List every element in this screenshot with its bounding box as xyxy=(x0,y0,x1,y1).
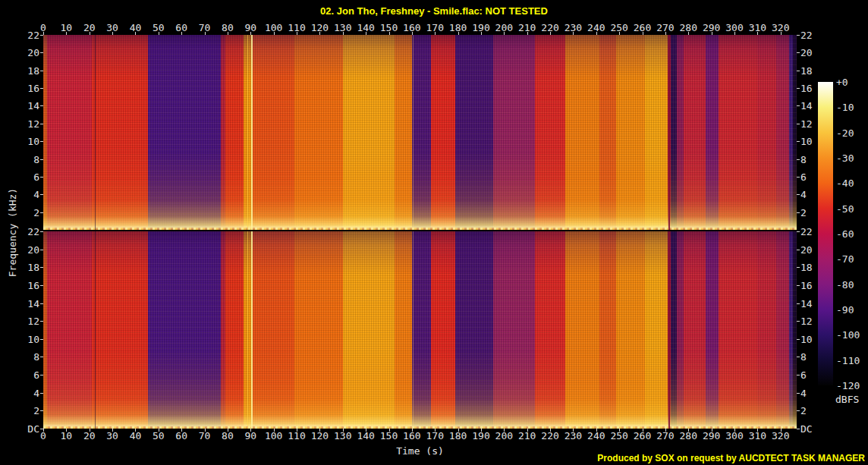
frequency-tick-label: 2 xyxy=(0,406,39,416)
frequency-tick-label: 12 xyxy=(0,316,39,326)
time-tick-mark xyxy=(66,32,67,35)
frequency-tick-mark xyxy=(40,285,43,286)
frequency-tick-mark xyxy=(797,124,800,124)
frequency-tick-mark xyxy=(797,393,800,394)
time-tick-mark xyxy=(458,429,459,432)
frequency-tick-mark xyxy=(40,429,43,429)
time-tick-label: 230 xyxy=(565,431,582,441)
time-tick-mark xyxy=(181,429,182,432)
time-tick-label: 200 xyxy=(495,431,513,441)
time-tick-label: 160 xyxy=(403,431,420,441)
transient-marker xyxy=(251,35,253,230)
time-tick-mark xyxy=(734,429,735,432)
frequency-tick-label: 8 xyxy=(0,352,39,362)
time-tick-mark xyxy=(319,429,320,432)
frequency-tick-mark xyxy=(40,124,43,124)
frequency-tick-label: 20 xyxy=(0,48,39,58)
frequency-tick-mark xyxy=(797,52,800,53)
time-tick-label: 90 xyxy=(244,431,256,441)
frequency-tick-label: 6 xyxy=(0,172,39,182)
time-tick-mark xyxy=(596,429,597,432)
frequency-tick-label: 10 xyxy=(0,137,39,146)
transient-marker xyxy=(413,231,414,429)
dbfs-tick-label: -20 xyxy=(836,128,854,138)
frequency-tick-mark xyxy=(797,339,800,340)
time-tick-mark xyxy=(643,32,643,35)
time-tick-label: 140 xyxy=(357,431,374,441)
time-tick-mark xyxy=(343,32,344,35)
spectrogram-channel-left xyxy=(43,35,797,230)
time-tick-label: 290 xyxy=(703,431,720,441)
frequency-tick-label: 20 xyxy=(800,48,840,58)
time-tick-mark xyxy=(181,32,182,35)
time-tick-mark xyxy=(412,32,413,35)
time-tick-label: 20 xyxy=(83,431,96,441)
time-tick-mark xyxy=(481,32,482,35)
frequency-tick-mark xyxy=(797,71,800,71)
time-tick-mark xyxy=(112,429,113,432)
time-tick-mark xyxy=(481,429,482,432)
frequency-tick-mark xyxy=(797,177,800,178)
time-tick-mark xyxy=(619,429,620,432)
time-tick-mark xyxy=(550,32,551,35)
frequency-tick-mark xyxy=(40,321,43,322)
frequency-tick-mark xyxy=(40,267,43,268)
frequency-tick-label: 22 xyxy=(0,227,39,237)
time-tick-mark xyxy=(757,32,758,35)
frequency-tick-mark xyxy=(40,177,43,178)
frequency-tick-mark xyxy=(797,285,800,286)
time-tick-mark xyxy=(665,429,666,432)
time-tick-mark xyxy=(527,32,528,35)
frequency-tick-label: 2 xyxy=(800,406,840,416)
time-tick-mark xyxy=(734,32,735,35)
dbfs-tick-label: -60 xyxy=(836,229,854,239)
time-tick-mark xyxy=(274,32,275,35)
frequency-tick-label: DC xyxy=(800,424,840,434)
time-tick-mark xyxy=(389,429,390,432)
spectrogram-title: 02. Jon Tho, Freshney - Smile.flac: NOT … xyxy=(0,5,868,17)
time-tick-label: 310 xyxy=(749,431,766,441)
frequency-tick-label: 18 xyxy=(0,66,39,76)
time-tick-mark xyxy=(596,32,597,35)
time-tick-mark xyxy=(550,429,551,432)
time-tick-label: 170 xyxy=(426,431,443,441)
time-tick-label: 180 xyxy=(449,431,467,441)
time-tick-mark xyxy=(688,429,689,432)
transient-marker xyxy=(247,35,248,230)
dbfs-tick-label: -100 xyxy=(836,330,860,340)
time-tick-mark xyxy=(135,32,136,35)
time-tick-label: 70 xyxy=(199,431,211,441)
time-tick-mark xyxy=(90,429,90,432)
time-tick-mark xyxy=(573,32,574,35)
time-tick-mark xyxy=(112,32,113,35)
time-tick-label: 320 xyxy=(772,431,789,441)
frequency-tick-mark xyxy=(797,267,800,268)
frequency-tick-label: 18 xyxy=(0,262,39,272)
frequency-tick-label: 14 xyxy=(0,101,39,111)
dbfs-tick-label: -80 xyxy=(836,280,854,290)
frequency-tick-mark xyxy=(40,105,43,106)
time-tick-mark xyxy=(43,429,44,432)
frequency-tick-mark xyxy=(40,250,43,250)
time-tick-label: 0 xyxy=(40,431,46,441)
time-tick-label: 270 xyxy=(656,431,674,441)
time-tick-mark xyxy=(205,32,206,35)
frequency-tick-mark xyxy=(797,303,800,304)
frequency-tick-mark xyxy=(40,375,43,375)
time-tick-mark xyxy=(573,429,574,432)
time-tick-mark xyxy=(274,429,275,432)
time-tick-mark xyxy=(412,429,413,432)
frequency-tick-label: 4 xyxy=(0,190,39,200)
time-tick-label: 30 xyxy=(106,431,118,441)
frequency-tick-mark xyxy=(797,250,800,250)
time-tick-mark xyxy=(712,32,712,35)
time-tick-mark xyxy=(297,32,297,35)
frequency-tick-mark xyxy=(40,231,43,232)
time-tick-mark xyxy=(159,32,159,35)
frequency-tick-mark xyxy=(797,105,800,106)
frequency-tick-label: 16 xyxy=(0,83,39,93)
frequency-tick-label: 2 xyxy=(0,208,39,218)
frequency-tick-mark xyxy=(797,231,800,232)
time-tick-label: 80 xyxy=(222,431,234,441)
time-tick-mark xyxy=(688,32,689,35)
